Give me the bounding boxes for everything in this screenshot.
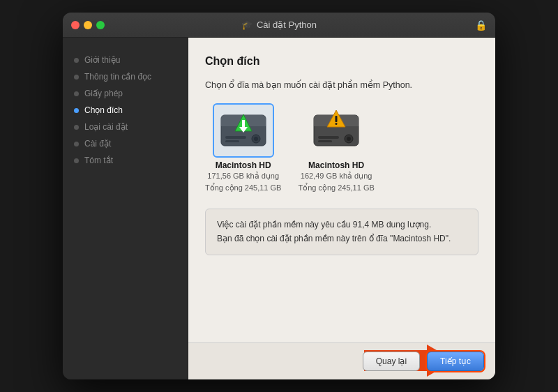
minimize-button[interactable] xyxy=(84,21,92,29)
sidebar-dot-install xyxy=(74,142,79,146)
sidebar-dot-license xyxy=(74,91,79,96)
window-title: 🎓 Cài đặt Python xyxy=(241,20,317,30)
traffic-lights xyxy=(71,21,105,29)
drive-total-1: Tổng cộng 245,11 GB xyxy=(205,182,281,195)
titlebar: 🎓 Cài đặt Python 🔒 xyxy=(63,13,495,38)
drive-name-2: Macintosh HD xyxy=(308,160,364,170)
svg-point-14 xyxy=(347,137,351,141)
info-line-1: Việc cài đặt phần mềm này yêu cầu 91,4 M… xyxy=(217,218,467,232)
sidebar-label-intro: Giới thiệu xyxy=(84,55,120,65)
sidebar-item-installtype[interactable]: Loại cài đặt xyxy=(63,119,188,135)
drive-total-2: Tổng cộng 245,11 GB xyxy=(298,182,374,195)
sidebar-dot-summary xyxy=(74,158,79,163)
sidebar-item-license[interactable]: Giấy phép xyxy=(63,85,188,102)
svg-rect-15 xyxy=(318,136,339,139)
sidebar-dot-installtype xyxy=(74,125,79,130)
sidebar-label-summary: Tóm tắt xyxy=(84,156,113,165)
svg-rect-16 xyxy=(318,140,332,142)
sidebar-dot-intro xyxy=(74,58,79,63)
info-box: Việc cài đặt phần mềm này yêu cầu 91,4 M… xyxy=(205,209,478,255)
sidebar-label-destination: Chọn đích xyxy=(84,105,123,115)
page-title: Chọn đích xyxy=(205,54,478,68)
installer-window: 🎓 Cài đặt Python 🔒 Giới thiệu Thông tin … xyxy=(63,13,495,379)
drive-badge-1 xyxy=(232,112,255,153)
drive-item-1[interactable]: Macintosh HD 171,56 GB khả dụng Tổng cộn… xyxy=(205,106,281,195)
drive-available-1: 171,56 GB khả dụng xyxy=(207,170,279,183)
lock-icon: 🔒 xyxy=(475,20,487,31)
svg-rect-18 xyxy=(335,116,338,122)
page-description: Chọn ổ đĩa mà bạn muốn cài đặt phần mềm … xyxy=(205,79,478,92)
sidebar-dot-destination xyxy=(74,108,79,113)
bottom-bar: Quay lại Tiếp tục xyxy=(188,342,495,379)
sidebar: Giới thiệu Thông tin cần đọc Giấy phép C… xyxy=(63,38,188,379)
drives-row: Macintosh HD 171,56 GB khả dụng Tổng cộn… xyxy=(205,106,478,195)
sidebar-item-info[interactable]: Thông tin cần đọc xyxy=(63,68,188,85)
content-area: Giới thiệu Thông tin cần đọc Giấy phép C… xyxy=(63,38,495,379)
drive-name-1: Macintosh HD xyxy=(216,160,271,170)
sidebar-item-install[interactable]: Cài đặt xyxy=(63,135,188,152)
sidebar-label-installtype: Loại cài đặt xyxy=(84,122,128,132)
sidebar-label-info: Thông tin cần đọc xyxy=(84,72,151,82)
sidebar-item-summary[interactable]: Tóm tắt xyxy=(63,152,188,169)
close-button[interactable] xyxy=(71,21,80,29)
drive-item-2[interactable]: Macintosh HD 162,49 GB khả dụng Tổng cộn… xyxy=(298,106,374,195)
back-button[interactable]: Quay lại xyxy=(363,352,420,371)
title-icon: 🎓 xyxy=(241,20,252,30)
sidebar-label-license: Giấy phép xyxy=(84,89,123,98)
sidebar-item-destination[interactable]: Chọn đích xyxy=(63,102,188,119)
sidebar-label-install: Cài đặt xyxy=(84,139,111,149)
sidebar-dot-info xyxy=(74,75,79,80)
info-line-2: Bạn đã chọn cài đặt phần mềm này trên ổ … xyxy=(217,232,467,246)
main-content: Chọn đích Chọn ổ đĩa mà bạn muốn cài đặt… xyxy=(188,38,495,342)
continue-button[interactable]: Tiếp tục xyxy=(427,352,484,371)
title-text: Cài đặt Python xyxy=(257,20,317,30)
drive-icon-wrapper-1 xyxy=(216,106,271,155)
svg-rect-8 xyxy=(242,120,245,127)
sidebar-item-intro[interactable]: Giới thiệu xyxy=(63,52,188,68)
drive-available-2: 162,49 GB khả dụng xyxy=(301,170,372,183)
svg-point-19 xyxy=(335,123,338,125)
drive-icon-wrapper-2 xyxy=(308,106,364,155)
maximize-button[interactable] xyxy=(96,21,105,29)
